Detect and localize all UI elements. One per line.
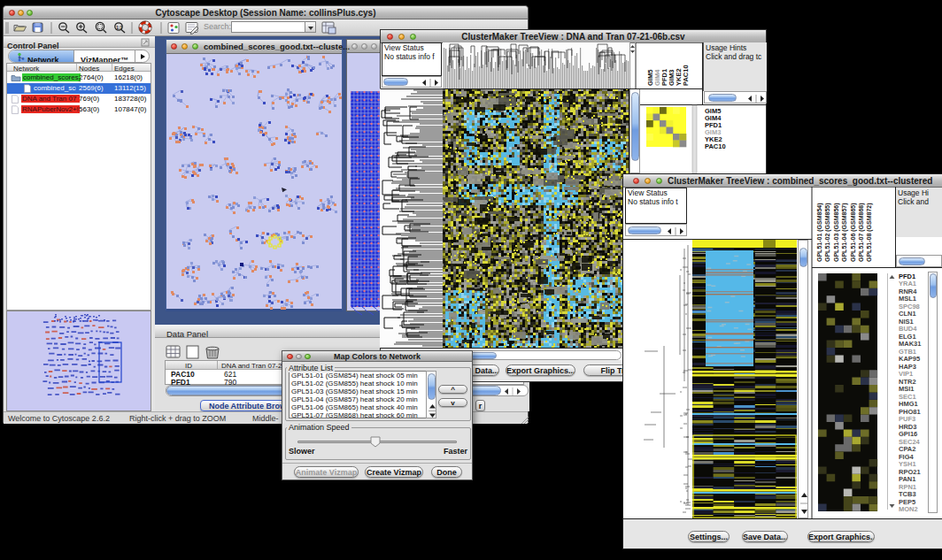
svg-text:GPL51-04 (GSM857): GPL51-04 (GSM857) (841, 203, 848, 262)
svg-text:GPL51-07 (GSM868): GPL51-07 (GSM868) (858, 203, 865, 262)
svg-text:GPL51-02 (GSM855): GPL51-02 (GSM855) (824, 203, 831, 262)
svg-text:GPL51-01 (GSM854): GPL51-01 (GSM854) (816, 203, 823, 262)
svg-text:GPL51-03 (GSM856): GPL51-03 (GSM856) (833, 203, 840, 262)
svg-text:GPL51-08 (GSM872): GPL51-08 (GSM872) (866, 203, 873, 262)
svg-text:MON2: MON2 (899, 505, 918, 513)
svg-text:GPL51-06 (GSM865): GPL51-06 (GSM865) (850, 203, 857, 262)
